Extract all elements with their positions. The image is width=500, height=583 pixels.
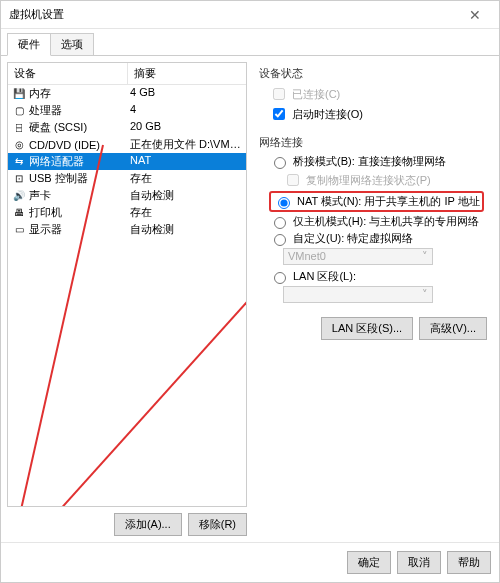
list-row[interactable]: ⌸硬盘 (SCSI)20 GB: [8, 119, 246, 136]
device-name: 打印机: [29, 205, 62, 220]
netconn-group-label: 网络连接: [259, 135, 487, 150]
vmnet-value: VMnet0: [288, 250, 326, 263]
device-name: 声卡: [29, 188, 51, 203]
annotation-line: [48, 223, 247, 507]
device-icon: 💾: [12, 87, 26, 101]
help-button[interactable]: 帮助: [447, 551, 491, 574]
device-summary: NAT: [128, 154, 246, 169]
bridged-label: 桥接模式(B): 直接连接物理网络: [293, 154, 446, 169]
device-name: 内存: [29, 86, 51, 101]
list-row[interactable]: 🖶打印机存在: [8, 204, 246, 221]
replicate-checkbox: [287, 174, 299, 186]
device-summary: 20 GB: [128, 120, 246, 135]
dialog-footer: 确定 取消 帮助: [1, 542, 499, 582]
custom-row[interactable]: 自定义(U): 特定虚拟网络: [269, 231, 487, 246]
chevron-down-icon: ˅: [422, 250, 428, 263]
device-name: CD/DVD (IDE): [29, 139, 100, 151]
nat-radio[interactable]: [278, 197, 290, 209]
left-panel: 设备 摘要 💾内存4 GB▢处理器4⌸硬盘 (SCSI)20 GB◎CD/DVD…: [7, 62, 247, 536]
device-name: 显示器: [29, 222, 62, 237]
connected-checkbox: [273, 88, 285, 100]
left-button-row: 添加(A)... 移除(R): [7, 507, 247, 536]
device-name: 硬盘 (SCSI): [29, 120, 87, 135]
list-row[interactable]: ◎CD/DVD (IDE)正在使用文件 D:\VMware\Ce...: [8, 136, 246, 153]
tab-options[interactable]: 选项: [50, 33, 94, 56]
connect-on-checkbox[interactable]: [273, 108, 285, 120]
titlebar: 虚拟机设置 ✕: [1, 1, 499, 29]
device-icon: ▭: [12, 223, 26, 237]
connect-on-row[interactable]: 启动时连接(O): [269, 105, 487, 123]
chevron-down-icon: ˅: [422, 288, 428, 301]
device-icon: ▢: [12, 104, 26, 118]
connect-on-label: 启动时连接(O): [292, 107, 363, 122]
list-row[interactable]: ▢处理器4: [8, 102, 246, 119]
right-panel: 设备状态 已连接(C) 启动时连接(O) 网络连接 桥接模式(B): 直接连接物…: [253, 62, 493, 536]
connected-label: 已连接(C): [292, 87, 340, 102]
ok-button[interactable]: 确定: [347, 551, 391, 574]
advanced-button[interactable]: 高级(V)...: [419, 317, 487, 340]
list-header: 设备 摘要: [8, 63, 246, 85]
device-summary: 存在: [128, 171, 246, 186]
device-name: 处理器: [29, 103, 62, 118]
device-summary: 4 GB: [128, 86, 246, 101]
window-title: 虚拟机设置: [9, 7, 459, 22]
lanseg-select: ˅: [283, 286, 433, 303]
list-row[interactable]: 🔊声卡自动检测: [8, 187, 246, 204]
vmnet-select: VMnet0 ˅: [283, 248, 433, 265]
lanseg-label: LAN 区段(L):: [293, 269, 356, 284]
device-icon: 🖶: [12, 206, 26, 220]
replicate-label: 复制物理网络连接状态(P): [306, 173, 431, 188]
add-button[interactable]: 添加(A)...: [114, 513, 182, 536]
device-summary: 正在使用文件 D:\VMware\Ce...: [128, 137, 246, 152]
device-summary: 自动检测: [128, 222, 246, 237]
cancel-button[interactable]: 取消: [397, 551, 441, 574]
device-summary: 4: [128, 103, 246, 118]
device-icon: ⇆: [12, 155, 26, 169]
device-name: 网络适配器: [29, 154, 84, 169]
remove-button[interactable]: 移除(R): [188, 513, 247, 536]
device-name: USB 控制器: [29, 171, 88, 186]
lanseg-radio[interactable]: [274, 272, 286, 284]
right-button-row: LAN 区段(S)... 高级(V)...: [259, 317, 487, 340]
header-device: 设备: [8, 63, 128, 84]
custom-label: 自定义(U): 特定虚拟网络: [293, 231, 413, 246]
bridged-radio[interactable]: [274, 157, 286, 169]
nat-row-highlight: NAT 模式(N): 用于共享主机的 IP 地址: [269, 191, 484, 212]
nat-label: NAT 模式(N): 用于共享主机的 IP 地址: [297, 194, 480, 209]
hostonly-row[interactable]: 仅主机模式(H): 与主机共享的专用网络: [269, 214, 487, 229]
device-icon: ◎: [12, 138, 26, 152]
hostonly-label: 仅主机模式(H): 与主机共享的专用网络: [293, 214, 479, 229]
content-area: 设备 摘要 💾内存4 GB▢处理器4⌸硬盘 (SCSI)20 GB◎CD/DVD…: [1, 55, 499, 542]
list-row[interactable]: ⇆网络适配器NAT: [8, 153, 246, 170]
list-row[interactable]: ⊡USB 控制器存在: [8, 170, 246, 187]
status-group-label: 设备状态: [259, 66, 487, 81]
hostonly-radio[interactable]: [274, 217, 286, 229]
replicate-row: 复制物理网络连接状态(P): [283, 171, 487, 189]
tab-hardware[interactable]: 硬件: [7, 33, 51, 56]
tab-strip: 硬件 选项: [1, 29, 499, 56]
lanseg-row[interactable]: LAN 区段(L):: [269, 269, 487, 284]
device-summary: 自动检测: [128, 188, 246, 203]
hardware-list: 设备 摘要 💾内存4 GB▢处理器4⌸硬盘 (SCSI)20 GB◎CD/DVD…: [7, 62, 247, 507]
lan-segments-button[interactable]: LAN 区段(S)...: [321, 317, 413, 340]
device-icon: ⊡: [12, 172, 26, 186]
custom-radio[interactable]: [274, 234, 286, 246]
device-icon: ⌸: [12, 121, 26, 135]
list-row[interactable]: ▭显示器自动检测: [8, 221, 246, 238]
header-summary: 摘要: [128, 63, 246, 84]
close-icon[interactable]: ✕: [459, 7, 491, 23]
list-row[interactable]: 💾内存4 GB: [8, 85, 246, 102]
connected-checkbox-row: 已连接(C): [269, 85, 487, 103]
device-summary: 存在: [128, 205, 246, 220]
device-icon: 🔊: [12, 189, 26, 203]
bridged-row[interactable]: 桥接模式(B): 直接连接物理网络: [269, 154, 487, 169]
